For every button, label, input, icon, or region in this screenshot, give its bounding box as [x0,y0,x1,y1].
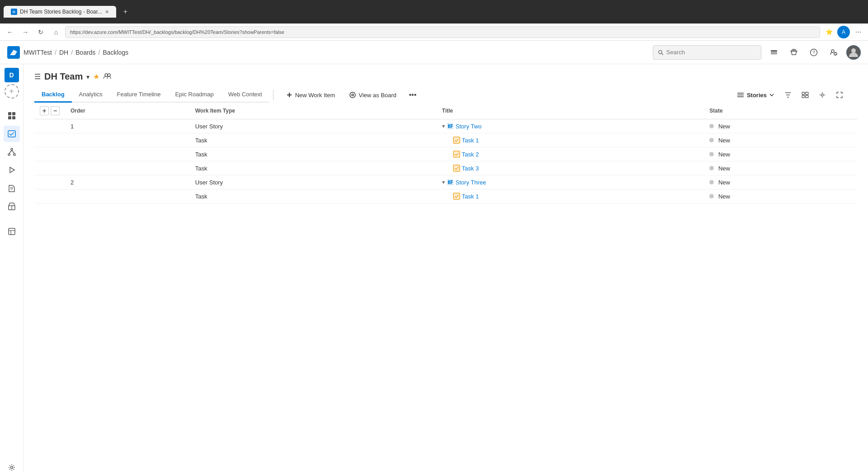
svg-rect-50 [802,95,805,98]
tab-web-context[interactable]: Web Context [221,87,269,103]
table-header-row: + − Order Work Item Type Title State [34,103,857,119]
svg-point-23 [8,154,10,156]
type-cell: User Story [190,119,437,133]
state-dot [709,166,714,170]
sidebar-project-icon[interactable]: D [5,68,19,82]
basket-btn[interactable] [787,45,801,60]
address-bar[interactable]: https://dev.azure.com/MWITTest/DH/_backl… [65,26,820,38]
search-input[interactable] [666,49,756,56]
breadcrumb-org[interactable]: MWITTest [24,49,52,56]
new-work-item-label: New Work Item [295,92,335,99]
stories-dropdown[interactable]: Stories [733,90,778,100]
user-avatar[interactable] [846,45,861,60]
testplans-icon [7,184,16,193]
item-title[interactable]: Task 1 [462,137,479,144]
team-members-btn[interactable] [103,73,112,81]
help-btn[interactable]: ? [807,45,821,60]
left-sidebar: D + » [0,64,24,472]
breadcrumb-project[interactable]: DH [59,49,68,56]
azure-devops-logo[interactable] [7,46,20,59]
address-text: https://dev.azure.com/MWITTest/DH/_backl… [70,29,284,35]
home-btn[interactable]: ⌂ [50,26,62,38]
order-cell: 1 [65,119,190,133]
refresh-btn[interactable]: ↻ [34,26,47,38]
col-title-header: Title [437,103,704,119]
avatar-image [846,45,861,60]
sidebar-item-artifacts[interactable] [4,198,20,214]
collapse-btn[interactable]: ▾ [442,123,445,129]
sidebar-item-repos[interactable] [4,144,20,160]
col-controls: + − [34,103,65,119]
extension-btn[interactable]: ⭐ [823,26,835,38]
sidebar-item-testplans[interactable] [4,180,20,196]
svg-rect-6 [771,54,777,54]
svg-point-8 [794,49,796,51]
state-text: New [718,137,730,144]
backlog-table: + − Order Work Item Type Title State [34,103,857,203]
svg-rect-32 [9,228,15,235]
forward-btn[interactable]: → [19,26,32,38]
task-icon [453,137,460,144]
sidebar-item-overview[interactable] [4,108,20,124]
hamburger-btn[interactable]: ☰ [34,72,41,81]
sidebar-item-boards[interactable] [4,126,20,142]
collapse-btn[interactable]: ▾ [442,179,445,185]
type-cell: User Story [190,175,437,189]
column-settings-btn[interactable] [816,88,829,102]
list-icon [737,92,744,98]
settings-profile-btn[interactable] [826,45,841,60]
col-order-header: Order [65,103,190,119]
item-title[interactable]: Task 1 [462,193,479,200]
breadcrumb-backlogs[interactable]: Backlogs [103,49,128,56]
item-title[interactable]: Story Three [456,179,486,186]
logo-icon [7,46,20,59]
svg-point-1 [659,50,662,53]
back-btn[interactable]: ← [4,26,16,38]
sidebar-item-misc1[interactable] [4,223,20,240]
tab-backlog[interactable]: Backlog [34,87,72,103]
expand-all-btn[interactable]: + [40,106,49,115]
svg-rect-67 [450,182,453,183]
svg-point-37 [108,74,110,76]
item-title[interactable]: Task 3 [462,165,479,172]
members-icon [103,73,112,79]
view-as-board-btn[interactable]: View as Board [344,89,402,101]
task-icon-svg [453,137,460,144]
tab-epic-roadmap[interactable]: Epic Roadmap [168,87,221,103]
team-title[interactable]: DH Team [44,71,83,82]
profile-btn[interactable]: A [837,26,850,38]
filter-settings-btn[interactable] [781,88,795,102]
tab-close-btn[interactable]: ✕ [105,9,109,15]
search-box[interactable] [653,45,761,60]
col-state-header: State [704,103,857,119]
favorite-btn[interactable]: ★ [93,72,99,81]
svg-rect-5 [771,53,777,53]
group-btn[interactable] [798,88,812,102]
new-tab-btn[interactable]: + [120,8,131,16]
collapse-all-btn[interactable]: − [51,106,60,115]
notifications-btn[interactable] [767,45,781,60]
svg-rect-55 [450,124,453,125]
order-cell [65,147,190,161]
sidebar-add-btn[interactable]: + [5,84,19,99]
svg-rect-65 [448,180,450,184]
settings-btn[interactable]: ⋯ [852,26,864,38]
task-icon [453,151,460,158]
svg-rect-51 [806,95,808,98]
fullscreen-btn[interactable] [833,88,846,102]
item-title[interactable]: Story Two [456,123,482,130]
more-options-btn[interactable]: ••• [406,88,420,102]
team-dropdown-btn[interactable]: ▾ [86,73,90,80]
svg-point-22 [11,148,13,150]
breadcrumb-boards[interactable]: Boards [75,49,95,56]
svg-rect-4 [771,52,777,52]
tab-analytics[interactable]: Analytics [72,87,110,103]
sidebar-settings-btn[interactable] [4,459,20,472]
tab-feature-timeline[interactable]: Feature Timeline [110,87,168,103]
table-row: Task Task 1 [34,189,857,203]
new-work-item-btn[interactable]: New Work Item [281,89,341,101]
sidebar-item-pipelines[interactable] [4,162,20,178]
browser-tab[interactable]: D DH Team Stories Backlog - Boar... ✕ [4,6,116,18]
item-title[interactable]: Task 2 [462,151,479,158]
type-cell: Task [190,161,437,175]
